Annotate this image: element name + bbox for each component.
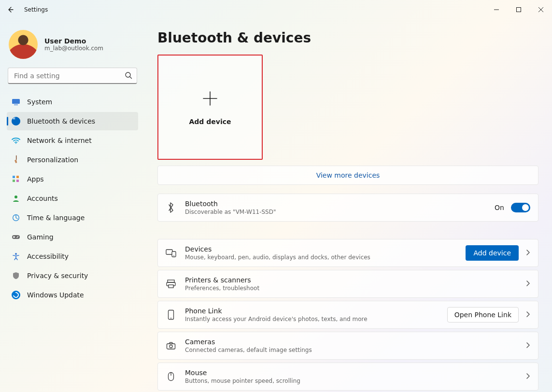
row-right — [525, 280, 530, 289]
row-subtitle: Connected cameras, default image setting… — [185, 347, 517, 353]
search-container — [8, 68, 137, 84]
svg-rect-15 — [166, 250, 172, 254]
sidebar-item-accessibility[interactable]: Accessibility — [7, 247, 138, 266]
view-more-devices-link[interactable]: View more devices — [157, 166, 538, 185]
maximize-button[interactable] — [508, 0, 530, 19]
search-icon — [125, 71, 132, 81]
mouse-icon — [166, 372, 176, 381]
row-title: Cameras — [185, 338, 517, 346]
user-name: User Demo — [44, 37, 103, 45]
row-title: Phone Link — [185, 307, 439, 315]
titlebar: Settings — [0, 0, 552, 19]
svg-point-14 — [15, 253, 17, 255]
row-subtitle: Buttons, mouse pointer speed, scrolling — [185, 378, 517, 384]
accessibility-icon — [12, 252, 20, 261]
row-texts: Printers & scanners Preferences, trouble… — [185, 276, 517, 292]
sidebar-item-label: Time & language — [27, 214, 85, 222]
link-label: View more devices — [316, 171, 380, 179]
row-right: Add device — [466, 245, 530, 261]
sidebar-item-windows-update[interactable]: Windows Update — [7, 286, 138, 304]
add-device-button[interactable]: Add device — [466, 245, 519, 261]
svg-rect-3 — [14, 105, 18, 105]
sidebar-item-apps[interactable]: Apps — [7, 170, 138, 188]
user-email: m_lab@outlook.com — [44, 45, 103, 52]
mouse-row[interactable]: Mouse Buttons, mouse pointer speed, scro… — [157, 363, 538, 391]
row-subtitle: Discoverable as "VM-W11-SSD" — [185, 209, 486, 215]
chevron-right-icon — [525, 280, 530, 289]
minimize-button[interactable] — [485, 0, 508, 19]
row-title: Bluetooth — [185, 200, 486, 208]
add-device-tile-label: Add device — [189, 118, 231, 126]
search-input[interactable] — [8, 68, 137, 84]
close-button[interactable] — [530, 0, 552, 19]
add-device-tile[interactable]: Add device — [157, 55, 263, 160]
sidebar: User Demo m_lab@outlook.com System ็ Blu… — [0, 19, 145, 392]
row-subtitle: Preferences, troubleshoot — [185, 285, 517, 292]
sidebar-item-label: Privacy & security — [27, 272, 88, 280]
sidebar-item-time-language[interactable]: Time & language — [7, 209, 138, 227]
arrow-left-icon — [7, 6, 14, 14]
chevron-right-icon — [525, 249, 530, 258]
row-texts: Devices Mouse, keyboard, pen, audio, dis… — [185, 245, 457, 261]
printer-icon — [166, 280, 176, 288]
svg-rect-6 — [16, 176, 19, 178]
open-phone-link-button[interactable]: Open Phone Link — [447, 307, 519, 322]
svg-point-4 — [15, 143, 16, 144]
main-content: Bluetooth & devices Add device View more… — [145, 19, 552, 392]
sidebar-item-network[interactable]: Network & internet — [7, 131, 138, 150]
minimize-icon — [494, 7, 499, 13]
sidebar-item-personalization[interactable]: Personalization — [7, 151, 138, 169]
row-title: Devices — [185, 245, 457, 253]
window-controls — [485, 0, 552, 19]
sidebar-item-privacy[interactable]: Privacy & security — [7, 266, 138, 285]
phone-icon — [166, 309, 176, 320]
svg-point-9 — [14, 196, 17, 198]
sidebar-item-label: Bluetooth & devices — [27, 117, 95, 125]
close-icon — [538, 7, 544, 13]
printers-scanners-row[interactable]: Printers & scanners Preferences, trouble… — [157, 270, 538, 298]
row-texts: Bluetooth Discoverable as "VM-W11-SSD" — [185, 200, 486, 215]
svg-point-13 — [17, 237, 18, 238]
sidebar-item-bluetooth-devices[interactable]: ็ Bluetooth & devices — [7, 112, 138, 130]
update-icon — [12, 291, 20, 299]
row-subtitle: Mouse, keyboard, pen, audio, displays an… — [185, 254, 457, 261]
paintbrush-icon — [10, 154, 22, 166]
svg-rect-18 — [168, 280, 174, 282]
toggle-state-label: On — [495, 204, 504, 211]
row-right — [525, 372, 530, 381]
back-button[interactable] — [0, 0, 21, 19]
shield-icon — [12, 271, 20, 280]
svg-rect-23 — [167, 344, 175, 349]
svg-rect-2 — [12, 99, 20, 104]
cameras-row[interactable]: Cameras Connected cameras, default image… — [157, 332, 538, 360]
sidebar-item-system[interactable]: System — [7, 93, 138, 111]
chevron-right-icon — [525, 310, 530, 320]
row-right: Open Phone Link — [447, 307, 530, 322]
row-texts: Cameras Connected cameras, default image… — [185, 338, 517, 353]
plus-icon — [200, 89, 220, 108]
sidebar-item-label: Accessibility — [27, 252, 69, 260]
user-account-row[interactable]: User Demo m_lab@outlook.com — [7, 29, 138, 66]
sidebar-item-label: System — [27, 98, 52, 106]
sidebar-item-gaming[interactable]: Gaming — [7, 228, 138, 246]
phone-link-row[interactable]: Phone Link Instantly access your Android… — [157, 301, 538, 329]
sidebar-item-label: Network & internet — [27, 137, 92, 144]
sidebar-item-accounts[interactable]: Accounts — [7, 189, 138, 208]
camera-icon — [166, 342, 176, 350]
gamepad-icon — [12, 233, 20, 241]
svg-point-22 — [170, 318, 171, 319]
svg-rect-7 — [13, 180, 15, 182]
sidebar-item-label: Apps — [27, 175, 44, 183]
svg-point-12 — [17, 236, 18, 237]
row-title: Printers & scanners — [185, 276, 517, 284]
chevron-right-icon — [525, 372, 530, 381]
devices-row[interactable]: Devices Mouse, keyboard, pen, audio, dis… — [157, 239, 538, 267]
devices-icon — [166, 249, 176, 257]
bluetooth-toggle-row[interactable]: Bluetooth Discoverable as "VM-W11-SSD" O… — [157, 194, 538, 222]
svg-rect-20 — [169, 285, 173, 288]
bluetooth-toggle[interactable] — [511, 203, 530, 212]
bluetooth-icon: ็ — [12, 117, 20, 126]
apps-icon — [12, 175, 20, 183]
sidebar-nav: System ็ Bluetooth & devices Network & i… — [7, 93, 138, 304]
person-icon — [12, 194, 20, 203]
